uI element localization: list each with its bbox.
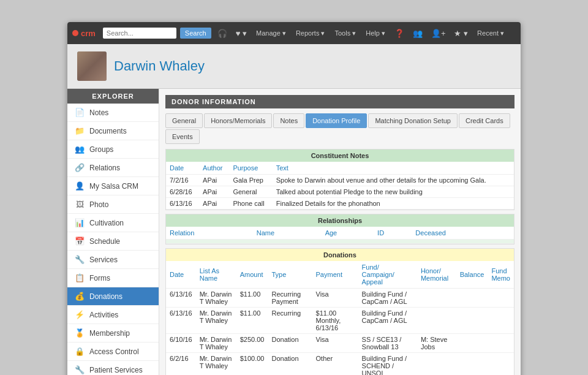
don-date: 6/13/16 <box>166 289 196 308</box>
don-payment: Visa <box>312 334 358 353</box>
note-purpose: Gala Prep <box>229 175 272 186</box>
tab-general[interactable]: General <box>165 113 203 128</box>
table-row: 6/13/16 APai Phone call Finalized Detail… <box>166 198 514 210</box>
avatar <box>77 51 107 81</box>
activities-icon: ⚡ <box>75 310 85 319</box>
col-age: Age <box>322 227 374 240</box>
tab-matching-donation[interactable]: Matching Donation Setup <box>368 113 458 128</box>
constituent-notes-header: Constituent Notes <box>166 150 514 162</box>
search-button[interactable]: Search <box>180 28 211 39</box>
reports-menu[interactable]: Reports ▾ <box>293 29 328 37</box>
don-name: Mr. Darwin T Whaley <box>196 353 236 376</box>
note-text: Finalized Details for the phonathon <box>273 198 514 210</box>
donations-header: Donations <box>166 249 514 261</box>
rel-deceased <box>412 240 514 244</box>
don-amount: $11.00 <box>236 308 268 334</box>
tab-credit-cards[interactable]: Credit Cards <box>459 113 510 128</box>
recent-menu[interactable]: Recent ▾ <box>474 29 507 37</box>
sidebar-item-notes[interactable]: 📄 Notes <box>67 104 159 122</box>
don-fund: Building Fund / SCHEND / UNSOL <box>358 353 417 376</box>
don-amount: $11.00 <box>236 289 268 308</box>
relationships-header: Relationships <box>166 214 514 227</box>
manage-menu[interactable]: Manage ▾ <box>253 29 289 37</box>
tab-honors[interactable]: Honors/Memorials <box>204 113 272 128</box>
col-relation: Relation <box>166 227 253 240</box>
tab-donation-profile[interactable]: Donation Profile <box>306 113 367 128</box>
avatar-image <box>77 51 107 81</box>
don-fund: Building Fund / CapCam / AGL <box>358 308 417 334</box>
users-icon[interactable]: 👥 <box>410 29 425 38</box>
sidebar-item-services[interactable]: 🔧 Services <box>67 251 159 269</box>
rel-relation <box>166 240 253 244</box>
don-type: Recurring <box>268 308 312 334</box>
table-row: 7/2/16 APai Gala Prep Spoke to Darwin ab… <box>166 175 514 186</box>
sidebar-header: EXPLORER <box>67 89 159 104</box>
table-row: 6/2/16 Mr. Darwin T Whaley $100.00 Donat… <box>166 353 514 376</box>
don-payment: Visa <box>312 289 358 308</box>
sidebar-label-donations: Donations <box>89 292 123 301</box>
brand-logo: crm <box>72 29 96 38</box>
don-memo <box>488 308 514 334</box>
tab-events[interactable]: Events <box>165 129 200 144</box>
sidebar-label-documents: Documents <box>89 127 127 135</box>
relationships-section: Relationships Relation Name Age ID Decea… <box>165 214 514 244</box>
heart-icon[interactable]: ♥ ▾ <box>233 29 249 38</box>
don-balance <box>456 334 488 353</box>
sidebar-label-services: Services <box>89 256 118 264</box>
tab-notes[interactable]: Notes <box>273 113 304 128</box>
tools-menu[interactable]: Tools ▾ <box>331 29 359 37</box>
sidebar-item-relations[interactable]: 🔗 Relations <box>67 159 159 177</box>
add-user-icon[interactable]: 👤+ <box>429 29 448 38</box>
col-list-as-name: List As Name <box>196 261 236 289</box>
note-author: APai <box>199 175 229 186</box>
don-amount: $250.00 <box>236 334 268 353</box>
table-row <box>166 240 514 244</box>
donations-icon: 💰 <box>75 292 85 301</box>
col-text: Text <box>273 162 514 175</box>
sidebar-item-forms[interactable]: 📋 Forms <box>67 269 159 287</box>
col-payment: Payment <box>312 261 358 289</box>
don-date: 6/2/16 <box>166 353 196 376</box>
sidebar-item-access-control[interactable]: 🔒 Access Control <box>67 343 159 361</box>
rel-name <box>253 240 322 244</box>
rel-id <box>374 240 412 244</box>
don-date: 6/13/16 <box>166 308 196 334</box>
don-name: Mr. Darwin T Whaley <box>196 308 236 334</box>
note-date: 7/2/16 <box>166 175 199 186</box>
sidebar-item-mysalsa[interactable]: 👤 My Salsa CRM <box>67 177 159 195</box>
search-input[interactable] <box>103 28 176 39</box>
sidebar-label-photo: Photo <box>89 200 108 209</box>
don-date: 6/10/16 <box>166 334 196 353</box>
sidebar-item-documents[interactable]: 📁 Documents <box>67 122 159 140</box>
don-memo <box>488 334 514 353</box>
sidebar-item-patient-services[interactable]: 🔧 Patient Services <box>67 361 159 375</box>
sidebar-item-membership[interactable]: 🏅 Membership <box>67 324 159 343</box>
sidebar-label-groups: Groups <box>89 145 113 154</box>
col-deceased: Deceased <box>412 227 514 240</box>
sidebar-item-groups[interactable]: 👥 Groups <box>67 140 159 159</box>
col-rel-name: Name <box>253 227 322 240</box>
sidebar-item-photo[interactable]: 🖼 Photo <box>67 195 159 214</box>
right-panel: DONOR INFORMATION General Honors/Memoria… <box>159 89 521 375</box>
sidebar-item-donations[interactable]: 💰 Donations <box>67 287 159 306</box>
question-icon[interactable]: ❓ <box>392 29 407 38</box>
col-amount: Amount <box>236 261 268 289</box>
don-memo <box>488 353 514 376</box>
don-type: Recurring Payment <box>268 289 312 308</box>
navbar: crm Search 🎧 ♥ ▾ Manage ▾ Reports ▾ Tool… <box>67 22 521 44</box>
constituent-notes-table: Date Author Purpose Text 7/2/16 APai Gal… <box>166 162 514 210</box>
sidebar-item-activities[interactable]: ⚡ Activities <box>67 306 159 324</box>
sidebar-item-schedule[interactable]: 📅 Schedule <box>67 232 159 251</box>
don-honor <box>417 289 456 308</box>
don-type: Donation <box>268 353 312 376</box>
note-text: Spoke to Darwin about venue and other de… <box>273 175 514 186</box>
sidebar-label-forms: Forms <box>89 274 110 282</box>
sidebar-label-membership: Membership <box>89 329 130 338</box>
groups-icon: 👥 <box>75 145 85 154</box>
sidebar-item-cultivation[interactable]: 📊 Cultivation <box>67 214 159 232</box>
col-balance: Balance <box>456 261 488 289</box>
help-menu[interactable]: Help ▾ <box>363 29 388 37</box>
donations-table: Date List As Name Amount Type Payment Fu… <box>166 261 514 375</box>
star-icon[interactable]: ★ ▾ <box>451 29 470 38</box>
don-type: Donation <box>268 334 312 353</box>
